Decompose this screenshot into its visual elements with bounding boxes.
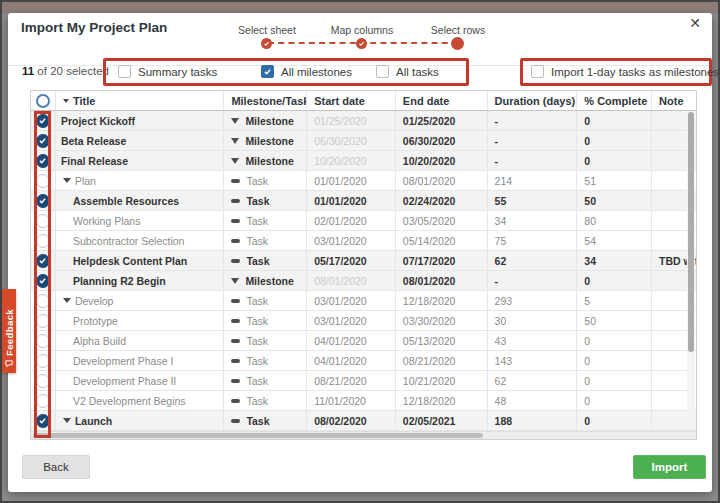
start-date-cell: 08/01/2020 [307, 271, 396, 290]
import-button[interactable]: Import [633, 455, 706, 479]
table-row[interactable]: Subcontractor SelectionTask03/01/202005/… [31, 231, 696, 251]
start-date: 04/01/2020 [314, 335, 367, 347]
table-row[interactable]: Working PlansTask02/01/202003/05/2020348… [31, 211, 696, 231]
end-date-cell: 08/01/2020 [396, 271, 488, 290]
duration-cell: - [488, 111, 578, 130]
feedback-tab[interactable]: Feedback [2, 289, 16, 373]
table-header-row: Title Milestone/Task Start date End date… [31, 91, 696, 111]
type-label: Task [246, 195, 269, 207]
import-1day-checkbox[interactable] [531, 65, 544, 78]
table-row[interactable]: Beta ReleaseMilestone06/30/202006/30/202… [31, 131, 696, 151]
row-checkbox-checked[interactable] [36, 274, 50, 288]
row-select-cell [31, 251, 56, 270]
task-title-cell: Helpdesk Content Plan [56, 251, 224, 270]
task-title-cell: Develop [56, 291, 224, 310]
row-checkbox-unchecked[interactable] [36, 334, 50, 348]
task-title: Final Release [61, 155, 128, 167]
task-title: Working Plans [73, 215, 141, 227]
row-checkbox-unchecked[interactable] [36, 374, 50, 388]
expand-caret-icon[interactable] [63, 178, 71, 183]
table-row[interactable]: V2 Development BeginsTask11/01/202012/18… [31, 391, 696, 411]
duration-cell: - [488, 131, 578, 150]
expand-caret-icon[interactable] [63, 298, 71, 303]
duration-cell: 188 [488, 411, 578, 430]
step-dot-current-icon[interactable] [451, 37, 464, 50]
start-date: 03/01/2020 [314, 235, 367, 247]
close-icon[interactable]: ✕ [689, 15, 701, 31]
table-row[interactable]: LaunchTask08/02/202002/05/20211880 [31, 411, 696, 431]
type-cell: Task [224, 391, 307, 410]
row-checkbox-unchecked[interactable] [36, 214, 50, 228]
task-icon [231, 339, 240, 343]
step-dot-done-icon[interactable] [261, 38, 272, 49]
task-title-cell: Final Release [56, 151, 224, 170]
row-checkbox-checked[interactable] [36, 154, 50, 168]
pct-complete-cell: 54 [577, 231, 652, 250]
back-button[interactable]: Back [22, 455, 90, 479]
task-title-text: Development Phase I [73, 355, 173, 367]
row-select-cell [31, 171, 56, 190]
pct-complete-cell: 0 [577, 391, 652, 410]
start-date: 02/01/2020 [314, 215, 367, 227]
row-checkbox-checked[interactable] [36, 414, 50, 428]
pct-complete-cell: 0 [577, 331, 652, 350]
row-checkbox-unchecked[interactable] [36, 294, 50, 308]
table-row[interactable]: Final ReleaseMilestone10/20/202010/20/20… [31, 151, 696, 171]
start-date: 06/30/2020 [314, 135, 367, 147]
all-tasks-checkbox-item[interactable]: All tasks [376, 65, 439, 78]
selection-text: of 20 selected [34, 65, 109, 77]
row-checkbox-checked[interactable] [36, 254, 50, 268]
header-title[interactable]: Title [56, 91, 224, 110]
table-row[interactable]: Development Phase IITask08/21/202010/21/… [31, 371, 696, 391]
type-cell: Task [224, 211, 307, 230]
vertical-scrollbar[interactable] [687, 112, 695, 412]
select-all-checkbox[interactable] [36, 94, 50, 108]
row-checkbox-unchecked[interactable] [36, 174, 50, 188]
row-checkbox-unchecked[interactable] [36, 234, 50, 248]
pct-complete-cell: 50 [577, 311, 652, 330]
title-sort-icon[interactable] [63, 99, 69, 103]
end-date-cell: 08/21/2020 [396, 351, 488, 370]
table-row[interactable]: Assemble ResourcesTask01/01/202002/24/20… [31, 191, 696, 211]
summary-tasks-checkbox-item[interactable]: Summary tasks [118, 65, 217, 78]
task-title: Project Kickoff [61, 115, 135, 127]
expand-caret-icon[interactable] [63, 418, 71, 423]
selection-summary: 11 of 20 selected [22, 65, 109, 77]
row-checkbox-unchecked[interactable] [36, 354, 50, 368]
header-select-all-cell [31, 91, 56, 110]
row-checkbox-unchecked[interactable] [36, 314, 50, 328]
horizontal-scrollbar[interactable] [31, 431, 696, 439]
all-milestones-checkbox[interactable] [261, 65, 274, 78]
table-row[interactable]: PrototypeTask03/01/202003/30/20203050 [31, 311, 696, 331]
table-row[interactable]: PlanTask01/01/202008/01/202021451 [31, 171, 696, 191]
pct-complete-cell: 0 [577, 151, 652, 170]
table-row[interactable]: Planning R2 BeginMilestone08/01/202008/0… [31, 271, 696, 291]
import-1day-checkbox-item[interactable]: Import 1-day tasks as milestones [531, 65, 719, 78]
row-checkbox-checked[interactable] [36, 134, 50, 148]
import-option-annotation-box: Import 1-day tasks as milestones [520, 58, 712, 86]
type-cell: Milestone [224, 151, 307, 170]
horizontal-scrollbar-thumb[interactable] [33, 433, 483, 438]
table-row[interactable]: Alpha BuildTask04/01/202005/13/2020430 [31, 331, 696, 351]
table-row[interactable]: Helpdesk Content PlanTask05/17/202007/17… [31, 251, 696, 271]
row-checkbox-unchecked[interactable] [36, 394, 50, 408]
all-milestones-checkbox-item[interactable]: All milestones [261, 65, 352, 78]
task-title-text: Subcontractor Selection [73, 235, 184, 247]
table-row[interactable]: Development Phase ITask04/01/202008/21/2… [31, 351, 696, 371]
table-row[interactable]: Project KickoffMilestone01/25/202001/25/… [31, 111, 696, 131]
table-row[interactable]: DevelopTask03/01/202012/18/20202935 [31, 291, 696, 311]
type-cell: Task [224, 231, 307, 250]
step-label-select-sheet: Select sheet [222, 24, 312, 36]
task-title-text: Prototype [73, 315, 118, 327]
all-tasks-checkbox[interactable] [376, 65, 389, 78]
end-date-cell: 01/25/2020 [396, 111, 488, 130]
header-milestone-task: Milestone/Task [224, 91, 307, 110]
summary-tasks-checkbox[interactable] [118, 65, 131, 78]
vertical-scrollbar-thumb[interactable] [688, 112, 694, 352]
step-label-map-columns: Map columns [317, 24, 407, 36]
row-checkbox-checked[interactable] [36, 194, 50, 208]
start-date-cell: 04/01/2020 [307, 351, 396, 370]
step-dot-done-icon[interactable] [356, 38, 367, 49]
row-checkbox-checked[interactable] [36, 114, 50, 128]
type-label: Milestone [245, 275, 293, 287]
